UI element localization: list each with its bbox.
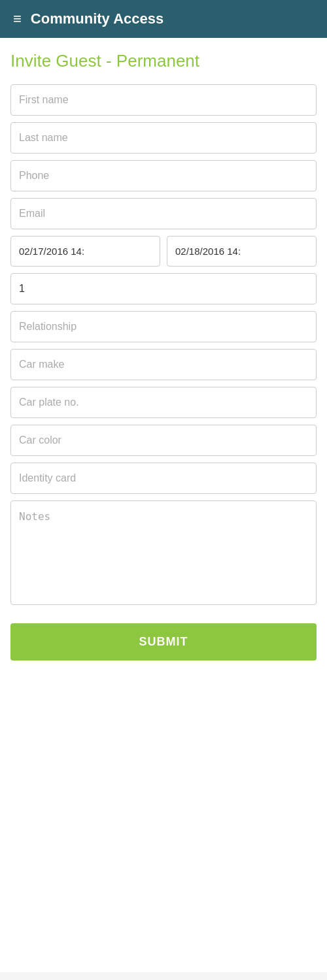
car-plate-input[interactable] (10, 387, 317, 418)
app-title: Community Access (31, 10, 164, 27)
main-content: Invite Guest - Permanent (0, 38, 327, 972)
last-name-group (10, 122, 317, 154)
hamburger-icon[interactable]: ≡ (13, 12, 22, 26)
number-group (10, 273, 317, 304)
identity-card-input[interactable] (10, 463, 317, 494)
email-group (10, 198, 317, 229)
date-start-input[interactable] (10, 236, 160, 267)
car-plate-group (10, 387, 317, 418)
car-make-input[interactable] (10, 349, 317, 380)
date-end-input[interactable] (167, 236, 317, 267)
relationship-group (10, 311, 317, 342)
notes-textarea[interactable] (10, 500, 317, 605)
first-name-group (10, 84, 317, 116)
car-color-group (10, 425, 317, 456)
page-title: Invite Guest - Permanent (10, 51, 317, 71)
number-input[interactable] (10, 273, 317, 304)
email-input[interactable] (10, 198, 317, 229)
relationship-input[interactable] (10, 311, 317, 342)
phone-input[interactable] (10, 160, 317, 191)
app-header: ≡ Community Access (0, 0, 327, 38)
car-make-group (10, 349, 317, 380)
submit-button[interactable]: SUBMIT (10, 623, 317, 661)
date-row (10, 236, 317, 267)
phone-group (10, 160, 317, 191)
first-name-input[interactable] (10, 84, 317, 116)
last-name-input[interactable] (10, 122, 317, 154)
notes-group (10, 500, 317, 608)
car-color-input[interactable] (10, 425, 317, 456)
identity-card-group (10, 463, 317, 494)
